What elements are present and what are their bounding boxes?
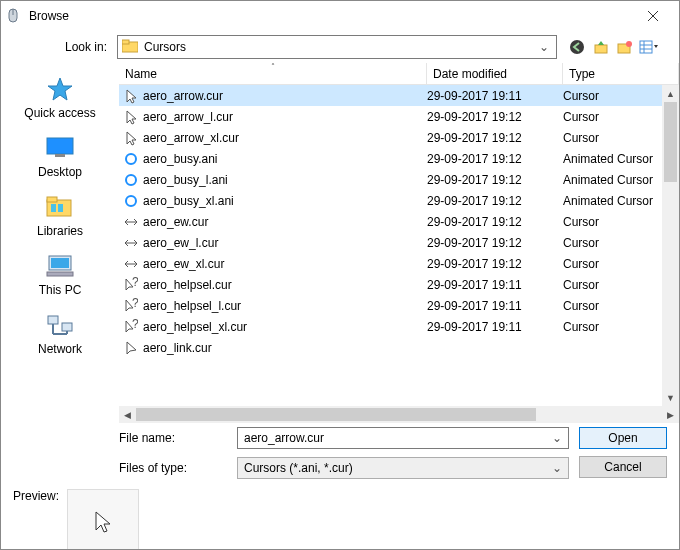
file-name: aero_arrow.cur [143,89,427,103]
file-row[interactable]: ?aero_helpsel_xl.cur29-09-2017 19:11Curs… [119,316,679,337]
file-date: 29-09-2017 19:12 [427,131,563,145]
file-row[interactable]: ?aero_helpsel.cur29-09-2017 19:11Cursor [119,274,679,295]
view-menu-button[interactable] [639,37,659,57]
file-date: 29-09-2017 19:12 [427,194,563,208]
file-row[interactable]: aero_ew_xl.cur29-09-2017 19:12Cursor [119,253,679,274]
file-date: 29-09-2017 19:12 [427,257,563,271]
file-name: aero_busy_xl.ani [143,194,427,208]
file-name: aero_busy.ani [143,152,427,166]
file-row[interactable]: ?aero_helpsel_l.cur29-09-2017 19:11Curso… [119,295,679,316]
file-list[interactable]: aero_arrow.cur29-09-2017 19:11Cursoraero… [119,85,679,406]
file-icon: ? [119,277,143,293]
horizontal-scrollbar[interactable]: ◀ ▶ [119,406,679,423]
cancel-button[interactable]: Cancel [579,456,667,478]
file-icon [119,238,143,248]
lookin-toolbar [557,37,667,57]
file-row[interactable]: aero_ew.cur29-09-2017 19:12Cursor [119,211,679,232]
file-date: 29-09-2017 19:11 [427,89,563,103]
svg-text:?: ? [132,277,138,289]
file-date: 29-09-2017 19:11 [427,320,563,334]
filename-value: aero_arrow.cur [244,431,552,445]
svg-rect-23 [48,316,58,324]
file-icon [119,340,143,356]
svg-point-29 [126,175,136,185]
svg-rect-19 [58,204,63,212]
file-row[interactable]: aero_busy_l.ani29-09-2017 19:12Animated … [119,169,679,190]
filename-label: File name: [119,431,237,445]
file-date: 29-09-2017 19:11 [427,299,563,313]
file-icon: ? [119,319,143,335]
lookin-dropdown[interactable]: Cursors ⌄ [117,35,557,59]
file-row[interactable]: aero_busy_xl.ani29-09-2017 19:12Animated… [119,190,679,211]
file-icon [119,88,143,104]
open-button[interactable]: Open [579,427,667,449]
svg-rect-7 [595,45,607,53]
svg-point-28 [126,154,136,164]
titlebar: Browse [1,1,679,31]
window-title: Browse [29,9,633,23]
place-desktop[interactable]: Desktop [1,134,119,179]
scroll-right-button[interactable]: ▶ [662,406,679,423]
folder-icon [122,39,138,55]
column-header-name[interactable]: ˄Name [119,63,427,84]
svg-rect-17 [47,197,57,202]
file-name: aero_arrow_xl.cur [143,131,427,145]
column-header-type[interactable]: Type [563,63,679,84]
filetype-label: Files of type: [119,461,237,475]
svg-rect-24 [62,323,72,331]
computer-icon [44,252,76,280]
scroll-up-button[interactable]: ▲ [662,85,679,102]
file-date: 29-09-2017 19:11 [427,278,563,292]
star-icon [44,75,76,103]
file-name: aero_helpsel_l.cur [143,299,427,313]
file-icon [119,173,143,187]
filetype-dropdown[interactable]: Cursors (*.ani, *.cur) ⌄ [237,457,569,479]
file-name: aero_ew_xl.cur [143,257,427,271]
up-one-level-button[interactable] [591,37,611,57]
svg-point-6 [570,40,584,54]
file-row[interactable]: aero_link.cur [119,337,679,358]
file-row[interactable]: aero_arrow_xl.cur29-09-2017 19:12Cursor [119,127,679,148]
svg-rect-14 [47,138,73,154]
file-row[interactable]: aero_arrow.cur29-09-2017 19:11Cursor [119,85,679,106]
place-this-pc[interactable]: This PC [1,252,119,297]
file-icon [119,194,143,208]
file-name: aero_ew.cur [143,215,427,229]
svg-text:?: ? [132,319,138,331]
file-row[interactable]: aero_ew_l.cur29-09-2017 19:12Cursor [119,232,679,253]
vertical-scrollbar[interactable]: ▲ ▼ [662,85,679,406]
file-date: 29-09-2017 19:12 [427,110,563,124]
preview-box [67,489,139,550]
file-name: aero_arrow_l.cur [143,110,427,124]
back-button[interactable] [567,37,587,57]
file-icon [119,152,143,166]
place-network[interactable]: Network [1,311,119,356]
file-icon [119,130,143,146]
place-label: Quick access [24,106,95,120]
chevron-down-icon: ⌄ [536,40,552,54]
preview-label: Preview: [13,489,59,503]
file-name: aero_helpsel.cur [143,278,427,292]
scroll-left-button[interactable]: ◀ [119,406,136,423]
file-date: 29-09-2017 19:12 [427,173,563,187]
place-libraries[interactable]: Libraries [1,193,119,238]
file-row[interactable]: aero_arrow_l.cur29-09-2017 19:12Cursor [119,106,679,127]
place-label: Desktop [38,165,82,179]
scroll-thumb[interactable] [136,408,536,421]
file-date: 29-09-2017 19:12 [427,236,563,250]
file-row[interactable]: aero_busy.ani29-09-2017 19:12Animated Cu… [119,148,679,169]
new-folder-button[interactable] [615,37,635,57]
place-quick-access[interactable]: Quick access [1,75,119,120]
file-icon [119,109,143,125]
column-header-date[interactable]: Date modified [427,63,563,84]
scroll-thumb[interactable] [664,102,677,182]
file-icon [119,217,143,227]
scroll-down-button[interactable]: ▼ [662,389,679,406]
svg-rect-10 [640,41,652,53]
desktop-icon [44,134,76,162]
file-icon [119,259,143,269]
column-headers: ˄Name Date modified Type [119,63,679,85]
close-button[interactable] [633,1,673,31]
filename-combobox[interactable]: aero_arrow.cur ⌄ [237,427,569,449]
file-name: aero_helpsel_xl.cur [143,320,427,334]
